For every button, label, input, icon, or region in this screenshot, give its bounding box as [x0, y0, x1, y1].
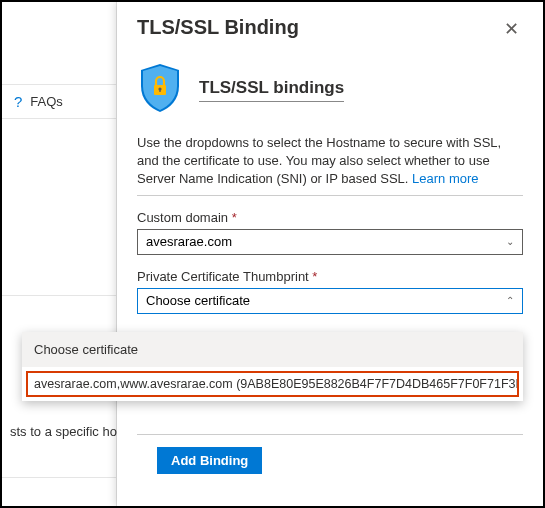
section-title: TLS/SSL bindings: [199, 78, 344, 102]
add-binding-button[interactable]: Add Binding: [157, 447, 262, 474]
certificate-dropdown: Choose certificate avesrarae.com,www.ave…: [22, 332, 523, 401]
faqs-link[interactable]: ? FAQs: [2, 84, 116, 119]
divider: [2, 477, 116, 478]
question-icon: ?: [14, 93, 22, 110]
faqs-label: FAQs: [30, 94, 63, 109]
shield-lock-icon: [137, 62, 183, 118]
left-sidebar: ? FAQs sts to a specific ho: [2, 2, 117, 506]
thumbprint-label: Private Certificate Thumbprint *: [137, 269, 523, 284]
custom-domain-label: Custom domain *: [137, 210, 523, 225]
custom-domain-select[interactable]: avesrarae.com ⌄: [137, 229, 523, 255]
panel-title: TLS/SSL Binding: [137, 16, 299, 39]
dropdown-placeholder[interactable]: Choose certificate: [22, 332, 523, 367]
close-icon[interactable]: ✕: [500, 16, 523, 42]
thumbprint-select[interactable]: Choose certificate ⌃: [137, 288, 523, 314]
required-marker: *: [312, 269, 317, 284]
certificate-option[interactable]: avesrarae.com,www.avesrarae.com (9AB8E80…: [26, 371, 519, 397]
description-text: Use the dropdowns to select the Hostname…: [137, 134, 523, 196]
required-marker: *: [232, 210, 237, 225]
svg-rect-2: [159, 89, 160, 92]
panel-footer: Add Binding: [137, 434, 523, 486]
divider: [2, 295, 116, 296]
custom-domain-value: avesrarae.com: [146, 234, 232, 249]
learn-more-link[interactable]: Learn more: [412, 171, 478, 186]
tls-ssl-binding-panel: TLS/SSL Binding ✕ TLS/SSL bindings Use t…: [117, 2, 543, 506]
partial-text: sts to a specific ho: [2, 416, 116, 447]
thumbprint-placeholder: Choose certificate: [146, 293, 250, 308]
chevron-down-icon: ⌄: [506, 236, 514, 247]
chevron-up-icon: ⌃: [506, 295, 514, 306]
